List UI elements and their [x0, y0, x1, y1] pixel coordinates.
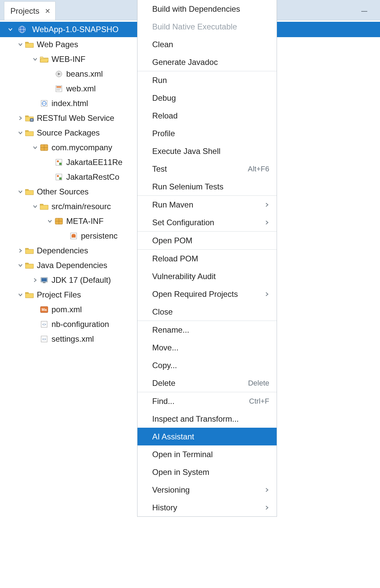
menu-item: Build Native Executable	[137, 18, 277, 35]
svg-text:Ma: Ma	[41, 308, 47, 312]
webxml-icon	[54, 85, 64, 93]
tree-node-label: nb-configuration	[52, 320, 109, 329]
menu-item-label: Rename...	[152, 325, 189, 335]
menu-item-label: Reload POM	[152, 254, 198, 263]
menu-item[interactable]: Rename...	[137, 321, 277, 339]
svg-rect-8	[57, 86, 61, 88]
maven-icon: Ma	[39, 306, 49, 314]
svg-rect-17	[25, 131, 28, 132]
menu-item-label: Find...	[152, 397, 175, 406]
chevron-right-icon	[265, 292, 269, 297]
tree-node-label: pom.xml	[52, 305, 82, 314]
menu-item[interactable]: Run Maven	[137, 196, 277, 214]
menu-item[interactable]: TestAlt+F6	[137, 160, 277, 178]
menu-item[interactable]: Debug	[137, 89, 277, 107]
tree-node-label: JDK 17 (Default)	[52, 275, 111, 285]
menu-item-label: AI Assistant	[152, 432, 194, 441]
menu-item[interactable]: Inspect and Transform...	[137, 410, 277, 428]
folder-open-icon	[39, 55, 49, 63]
menu-item[interactable]: AI Assistant	[137, 428, 277, 445]
menu-shortcut: Alt+F6	[248, 165, 269, 173]
menu-item-label: Clean	[152, 40, 173, 49]
java-icon	[54, 173, 64, 181]
menu-item-label: Set Configuration	[152, 218, 214, 227]
folder-proj-icon	[25, 291, 34, 299]
menu-item-label: Run Selenium Tests	[152, 182, 223, 191]
chevron-down-icon[interactable]	[17, 262, 24, 269]
svg-rect-39	[43, 282, 45, 283]
folder-web-icon	[25, 40, 34, 49]
svg-rect-40	[25, 292, 28, 293]
svg-rect-27	[25, 189, 28, 190]
tree-node-label: index.html	[52, 99, 88, 108]
chevron-down-icon[interactable]	[31, 56, 39, 63]
chevron-down-icon[interactable]	[17, 129, 24, 137]
context-menu[interactable]: Build with DependenciesBuild Native Exec…	[137, 0, 277, 517]
menu-item[interactable]: Reload	[137, 107, 277, 124]
menu-item-label: Delete	[152, 379, 175, 388]
menu-item[interactable]: Versioning	[137, 481, 277, 499]
menu-item[interactable]: Execute Java Shell	[137, 142, 277, 160]
menu-item[interactable]: Reload POM	[137, 250, 277, 267]
menu-item-label: Inspect and Transform...	[152, 414, 239, 424]
svg-rect-35	[25, 248, 28, 249]
chevron-down-icon[interactable]	[31, 203, 39, 210]
svg-rect-38	[41, 278, 47, 281]
menu-item[interactable]: Vulnerability Audit	[137, 267, 277, 285]
tree-node-label: Other Sources	[37, 187, 89, 196]
menu-item[interactable]: Open Required Projects	[137, 285, 277, 303]
package-icon	[54, 217, 64, 225]
svg-text:R: R	[31, 118, 33, 121]
chevron-down-icon[interactable]	[17, 291, 24, 299]
menu-item[interactable]: Set Configuration	[137, 214, 277, 231]
chevron-right-icon[interactable]	[17, 114, 24, 122]
menu-item[interactable]: Clean	[137, 35, 277, 53]
menu-item[interactable]: Generate Javadoc	[137, 53, 277, 71]
svg-rect-14	[25, 116, 28, 117]
menu-item-label: Copy...	[152, 361, 177, 370]
menu-item[interactable]: Run	[137, 71, 277, 89]
svg-rect-23	[59, 163, 62, 165]
menu-item-label: Open POM	[152, 236, 192, 245]
chevron-down-icon[interactable]	[31, 144, 39, 151]
menu-item-label: Open in System	[152, 468, 209, 477]
chevron-down-icon[interactable]	[17, 41, 24, 48]
chevron-down-icon[interactable]	[46, 218, 54, 225]
menu-item[interactable]: Move...	[137, 339, 277, 356]
menu-item[interactable]: Profile	[137, 124, 277, 142]
html-icon	[39, 99, 49, 107]
window-minimize-button[interactable]	[356, 5, 373, 18]
menu-item-label: Versioning	[152, 485, 190, 495]
chevron-right-icon[interactable]	[31, 276, 39, 284]
menu-item[interactable]: Open POM	[137, 232, 277, 249]
menu-item-label: Open Required Projects	[152, 289, 238, 299]
xml-icon: <>	[39, 335, 49, 343]
tree-node-label: JakartaEE11Re	[66, 158, 122, 167]
selected-node-label: WebApp-1.0-SNAPSHO	[32, 25, 118, 34]
menu-item[interactable]: Build with Dependencies	[137, 0, 277, 18]
chevron-down-icon[interactable]	[17, 188, 24, 195]
menu-item[interactable]: Find...Ctrl+F	[137, 392, 277, 410]
menu-item[interactable]: DeleteDelete	[137, 374, 277, 392]
package-icon	[39, 144, 49, 152]
menu-item[interactable]: History	[137, 499, 277, 516]
folder-pkg-icon	[25, 129, 34, 137]
chevron-right-icon[interactable]	[17, 247, 24, 254]
menu-item[interactable]: Close	[137, 303, 277, 321]
menu-item[interactable]: Open in Terminal	[137, 445, 277, 463]
menu-item[interactable]: Copy...	[137, 356, 277, 374]
chevron-right-icon	[265, 202, 269, 207]
menu-shortcut: Ctrl+F	[249, 397, 270, 406]
tree-node-label: Dependencies	[37, 246, 88, 255]
projects-tab[interactable]: Projects ✕	[4, 1, 56, 20]
svg-rect-4	[25, 42, 28, 43]
tree-node-label: RESTful Web Service	[37, 113, 114, 123]
menu-item-label: Debug	[152, 93, 176, 103]
folder-dep-icon	[25, 261, 34, 269]
java-icon	[54, 158, 64, 166]
svg-text:<>: <>	[42, 323, 46, 326]
menu-item[interactable]: Run Selenium Tests	[137, 178, 277, 195]
close-icon[interactable]: ✕	[45, 7, 51, 15]
tree-node-label: META-INF	[66, 217, 104, 226]
menu-item[interactable]: Open in System	[137, 463, 277, 481]
